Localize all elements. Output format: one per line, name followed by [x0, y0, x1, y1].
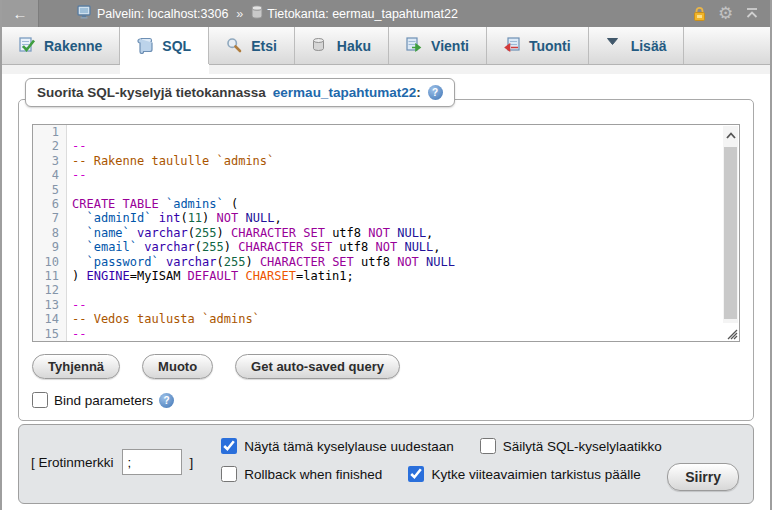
code-line: 3-- Rakenne taululle `admins`	[33, 154, 739, 168]
line-number: 2	[33, 139, 67, 153]
line-number: 12	[33, 283, 67, 297]
option-s-ilyt-sql-kyselylaatikko[interactable]: Säilytä SQL-kyselylaatikko	[480, 438, 662, 454]
clear-button[interactable]: Tyhjennä	[32, 354, 120, 379]
option-checkbox[interactable]	[480, 438, 496, 454]
line-number: 1	[33, 125, 67, 139]
tab-vienti[interactable]: Vienti	[389, 27, 487, 64]
option-n-yt-t-m-kyselylause-uudestaan[interactable]: Näytä tämä kyselylause uudestaan	[221, 438, 453, 454]
tab-label: Rakenne	[44, 38, 102, 54]
code-line: 2--	[33, 139, 739, 153]
scrollbar-thumb[interactable]	[724, 147, 737, 319]
panel-legend: Suorita SQL-kyselyjä tietokannassa eerma…	[25, 78, 455, 107]
sql-page: Suorita SQL-kyselyjä tietokannassa eerma…	[2, 99, 770, 504]
line-content	[67, 125, 72, 139]
options-row: Näytä tämä kyselylause uudestaanSäilytä …	[221, 438, 661, 454]
option-label: Rollback when finished	[244, 467, 382, 482]
code-line: 1	[33, 125, 739, 139]
line-number: 14	[33, 312, 67, 326]
line-number: 9	[33, 240, 67, 254]
tab-label: Haku	[337, 38, 371, 54]
line-content: --	[67, 298, 86, 312]
phpmyadmin-window: ← Palvelin: localhost:3306 » Tietokanta:…	[0, 0, 772, 510]
line-content	[67, 283, 72, 297]
help-icon[interactable]: ?	[428, 85, 443, 100]
bind-parameters-help-icon[interactable]: ?	[159, 393, 174, 408]
go-button[interactable]: Siirry	[667, 463, 739, 491]
tab-sql[interactable]: SQL	[120, 27, 209, 64]
delimiter-group: [ Erotinmerkki ]	[31, 449, 193, 475]
breadcrumb-database-label: Tietokanta: eermau_tapahtumat22	[267, 7, 458, 21]
line-number: 8	[33, 226, 67, 240]
server-icon	[77, 5, 93, 22]
code-line: 13--	[33, 298, 739, 312]
back-arrow-icon: ←	[13, 5, 28, 22]
back-button[interactable]: ←	[2, 0, 39, 27]
tab-lis-[interactable]: Lisää	[589, 27, 685, 64]
tab-haku[interactable]: Haku	[295, 27, 389, 64]
code-line: 12	[33, 283, 739, 297]
lock-icon[interactable]	[691, 5, 708, 22]
breadcrumb-separator: »	[236, 7, 243, 21]
tab-tuonti[interactable]: Tuonti	[487, 27, 589, 64]
bind-parameters-checkbox[interactable]	[32, 392, 48, 408]
editor-actions: Tyhjennä Muoto Get auto-saved query	[32, 354, 740, 379]
option-label: Näytä tämä kyselylause uudestaan	[244, 439, 453, 454]
collapse-icon[interactable]	[743, 5, 760, 22]
option-label: Kytke viiteavaimien tarkistus päälle	[431, 467, 640, 482]
option-rollback-when-finished[interactable]: Rollback when finished	[221, 466, 382, 482]
line-number: 15	[33, 327, 67, 341]
get-auto-saved-query-button[interactable]: Get auto-saved query	[235, 354, 400, 379]
line-number: 11	[33, 269, 67, 283]
tab-etsi[interactable]: Etsi	[209, 27, 295, 64]
tab-label: SQL	[162, 38, 191, 54]
option-checkbox[interactable]	[221, 466, 237, 482]
database-icon	[251, 5, 263, 22]
delimiter-input[interactable]	[122, 449, 182, 475]
bind-parameters-label[interactable]: Bind parameters	[54, 393, 153, 408]
delimiter-label-close: ]	[190, 455, 194, 470]
search-icon	[226, 37, 243, 54]
format-button[interactable]: Muoto	[142, 354, 213, 379]
line-content: ) ENGINE=MyISAM DEFAULT CHARSET=latin1;	[67, 269, 354, 283]
legend-prefix: Suorita SQL-kyselyjä tietokannassa	[37, 85, 266, 100]
gear-icon[interactable]: ⚙	[717, 5, 734, 22]
options-row: Rollback when finishedKytke viiteavaimie…	[221, 466, 661, 482]
breadcrumb-server[interactable]: Palvelin: localhost:3306	[77, 5, 228, 22]
line-number: 3	[33, 154, 67, 168]
sql-query-panel: Suorita SQL-kyselyjä tietokannassa eerma…	[18, 99, 754, 421]
option-kytke-viiteavaimien-tarkistus-p-lle[interactable]: Kytke viiteavaimien tarkistus päälle	[408, 466, 640, 482]
line-content: `password` varchar(255) CHARACTER SET ut…	[67, 255, 455, 269]
breadcrumb-database[interactable]: Tietokanta: eermau_tapahtumat22	[251, 5, 458, 22]
chevron-down-icon	[606, 37, 623, 54]
topbar-actions: ⚙	[691, 5, 770, 22]
tab-label: Tuonti	[529, 38, 571, 54]
line-number: 5	[33, 183, 67, 197]
option-checkbox[interactable]	[221, 438, 237, 454]
line-number: 7	[33, 211, 67, 225]
line-number: 13	[33, 298, 67, 312]
tab-label: Lisää	[631, 38, 667, 54]
query-icon	[312, 37, 329, 54]
line-content: `name` varchar(255) CHARACTER SET utf8 N…	[67, 226, 433, 240]
code-line: 15--	[33, 327, 739, 341]
line-content: -- Vedos taulusta `admins`	[67, 312, 260, 326]
line-number: 6	[33, 197, 67, 211]
editor-scrollbar[interactable]	[723, 126, 738, 323]
code-line: 11) ENGINE=MyISAM DEFAULT CHARSET=latin1…	[33, 269, 739, 283]
line-content: `adminId` int(11) NOT NULL,	[67, 211, 282, 225]
query-options-footer: [ Erotinmerkki ] Näytä tämä kyselylause …	[18, 424, 754, 504]
code-line: 8 `name` varchar(255) CHARACTER SET utf8…	[33, 226, 739, 240]
editor-lines: 12--3-- Rakenne taululle `admins`4--56CR…	[33, 125, 739, 341]
bind-parameters-row: Bind parameters ?	[32, 392, 740, 408]
sql-editor[interactable]: 12--3-- Rakenne taululle `admins`4--56CR…	[32, 124, 740, 342]
code-line: 9 `email` varchar(255) CHARACTER SET utf…	[33, 240, 739, 254]
legend-database-link[interactable]: eermau_tapahtumat22:	[273, 85, 421, 100]
scroll-up-icon[interactable]	[723, 126, 738, 144]
line-content	[67, 183, 72, 197]
line-number: 4	[33, 168, 67, 182]
tab-rakenne[interactable]: Rakenne	[2, 27, 120, 64]
code-line: 7 `adminId` int(11) NOT NULL,	[33, 211, 739, 225]
option-checkbox[interactable]	[408, 466, 424, 482]
resize-handle-icon[interactable]	[724, 326, 738, 340]
line-content: -- Rakenne taululle `admins`	[67, 154, 274, 168]
